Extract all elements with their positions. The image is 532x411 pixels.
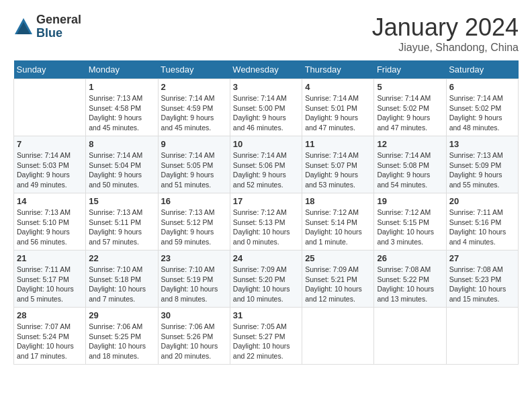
daylight-text: Daylight: 10 hours and 5 minutes.	[17, 285, 74, 303]
sunrise-text: Sunrise: 7:14 AM	[305, 94, 359, 102]
sunrise-text: Sunrise: 7:07 AM	[17, 322, 71, 330]
sunrise-text: Sunrise: 7:14 AM	[449, 94, 503, 102]
calendar-table: SundayMondayTuesdayWednesdayThursdayFrid…	[13, 60, 519, 365]
sunset-text: Sunset: 5:14 PM	[305, 218, 357, 226]
day-number: 11	[305, 139, 371, 149]
day-number: 28	[17, 310, 83, 320]
sunset-text: Sunset: 5:02 PM	[377, 104, 429, 112]
day-info: Sunrise: 7:05 AM Sunset: 5:27 PM Dayligh…	[233, 322, 299, 361]
sunrise-text: Sunrise: 7:09 AM	[305, 265, 359, 273]
day-number: 29	[89, 310, 154, 320]
day-of-week-header: Tuesday	[158, 60, 230, 79]
sunset-text: Sunset: 5:01 PM	[305, 104, 357, 112]
day-number: 31	[233, 310, 299, 320]
day-number: 15	[89, 196, 154, 206]
daylight-text: Daylight: 9 hours and 59 minutes.	[161, 228, 214, 246]
sunrise-text: Sunrise: 7:06 AM	[89, 322, 142, 330]
calendar-cell: 21 Sunrise: 7:11 AM Sunset: 5:17 PM Dayl…	[14, 250, 86, 308]
sunset-text: Sunset: 5:18 PM	[89, 275, 141, 283]
sunrise-text: Sunrise: 7:11 AM	[449, 208, 503, 216]
sunset-text: Sunset: 5:23 PM	[449, 275, 502, 283]
sunrise-text: Sunrise: 7:13 AM	[161, 208, 215, 216]
sunset-text: Sunset: 5:04 PM	[89, 161, 141, 169]
day-number: 17	[233, 196, 299, 206]
daylight-text: Daylight: 10 hours and 8 minutes.	[161, 285, 218, 303]
sunrise-text: Sunrise: 7:08 AM	[449, 265, 503, 273]
calendar-cell: 3 Sunrise: 7:14 AM Sunset: 5:00 PM Dayli…	[230, 79, 302, 136]
daylight-text: Daylight: 9 hours and 51 minutes.	[161, 171, 214, 189]
day-info: Sunrise: 7:14 AM Sunset: 5:08 PM Dayligh…	[377, 150, 443, 190]
calendar-cell: 23 Sunrise: 7:10 AM Sunset: 5:19 PM Dayl…	[158, 250, 230, 308]
daylight-text: Daylight: 9 hours and 47 minutes.	[305, 113, 358, 132]
day-of-week-header: Friday	[374, 60, 446, 79]
calendar-cell	[446, 308, 518, 365]
day-number: 14	[17, 196, 83, 206]
sunset-text: Sunset: 5:17 PM	[17, 275, 69, 283]
day-number: 1	[89, 82, 154, 92]
daylight-text: Daylight: 9 hours and 48 minutes.	[449, 113, 502, 132]
daylight-text: Daylight: 10 hours and 22 minutes.	[233, 342, 290, 360]
sunset-text: Sunset: 5:13 PM	[233, 218, 285, 226]
calendar-week-row: 1 Sunrise: 7:13 AM Sunset: 4:58 PM Dayli…	[14, 79, 519, 136]
day-number: 10	[233, 139, 299, 149]
sunset-text: Sunset: 5:21 PM	[305, 275, 357, 283]
day-number: 24	[233, 253, 299, 263]
sunset-text: Sunset: 5:09 PM	[449, 161, 502, 169]
calendar-cell: 16 Sunrise: 7:13 AM Sunset: 5:12 PM Dayl…	[158, 193, 230, 250]
calendar-cell: 18 Sunrise: 7:12 AM Sunset: 5:14 PM Dayl…	[302, 193, 374, 250]
sunrise-text: Sunrise: 7:10 AM	[89, 265, 142, 273]
calendar-cell: 20 Sunrise: 7:11 AM Sunset: 5:16 PM Dayl…	[446, 193, 518, 250]
calendar-cell: 27 Sunrise: 7:08 AM Sunset: 5:23 PM Dayl…	[446, 250, 518, 308]
sunset-text: Sunset: 5:07 PM	[305, 161, 357, 169]
calendar-cell: 25 Sunrise: 7:09 AM Sunset: 5:21 PM Dayl…	[302, 250, 374, 308]
logo-icon	[13, 17, 34, 37]
day-of-week-header: Monday	[86, 60, 158, 79]
calendar-cell: 7 Sunrise: 7:14 AM Sunset: 5:03 PM Dayli…	[14, 136, 86, 193]
daylight-text: Daylight: 9 hours and 56 minutes.	[17, 228, 70, 246]
calendar-cell: 24 Sunrise: 7:09 AM Sunset: 5:20 PM Dayl…	[230, 250, 302, 308]
sunset-text: Sunset: 5:12 PM	[161, 218, 214, 226]
day-info: Sunrise: 7:14 AM Sunset: 5:01 PM Dayligh…	[305, 93, 371, 133]
sunset-text: Sunset: 5:16 PM	[449, 218, 502, 226]
location-subtitle: Jiayue, Shandong, China	[372, 42, 519, 54]
logo-text: General Blue	[36, 13, 81, 40]
day-info: Sunrise: 7:11 AM Sunset: 5:17 PM Dayligh…	[17, 265, 83, 304]
day-info: Sunrise: 7:13 AM Sunset: 4:58 PM Dayligh…	[89, 93, 154, 133]
day-info: Sunrise: 7:14 AM Sunset: 5:02 PM Dayligh…	[449, 93, 515, 133]
day-number: 16	[161, 196, 227, 206]
daylight-text: Daylight: 9 hours and 46 minutes.	[233, 113, 286, 132]
page-header: General Blue January 2024 Jiayue, Shando…	[13, 13, 519, 54]
day-info: Sunrise: 7:14 AM Sunset: 5:04 PM Dayligh…	[89, 150, 154, 190]
daylight-text: Daylight: 10 hours and 18 minutes.	[89, 342, 146, 360]
calendar-week-row: 28 Sunrise: 7:07 AM Sunset: 5:24 PM Dayl…	[14, 308, 519, 365]
daylight-text: Daylight: 10 hours and 0 minutes.	[233, 228, 290, 246]
day-info: Sunrise: 7:07 AM Sunset: 5:24 PM Dayligh…	[17, 322, 83, 361]
sunrise-text: Sunrise: 7:12 AM	[305, 208, 359, 216]
daylight-text: Daylight: 10 hours and 1 minute.	[305, 228, 362, 246]
day-number: 5	[377, 82, 443, 92]
sunset-text: Sunset: 5:10 PM	[17, 218, 69, 226]
day-number: 19	[377, 196, 443, 206]
logo: General Blue	[13, 13, 81, 40]
calendar-cell: 15 Sunrise: 7:13 AM Sunset: 5:11 PM Dayl…	[86, 193, 158, 250]
daylight-text: Daylight: 9 hours and 47 minutes.	[377, 113, 430, 132]
calendar-cell: 6 Sunrise: 7:14 AM Sunset: 5:02 PM Dayli…	[446, 79, 518, 136]
day-info: Sunrise: 7:14 AM Sunset: 5:07 PM Dayligh…	[305, 150, 371, 190]
daylight-text: Daylight: 10 hours and 13 minutes.	[377, 285, 434, 303]
calendar-cell: 14 Sunrise: 7:13 AM Sunset: 5:10 PM Dayl…	[14, 193, 86, 250]
sunset-text: Sunset: 5:03 PM	[17, 161, 69, 169]
day-info: Sunrise: 7:14 AM Sunset: 5:05 PM Dayligh…	[161, 150, 227, 190]
day-number: 21	[17, 253, 83, 263]
sunset-text: Sunset: 5:24 PM	[17, 332, 69, 340]
calendar-cell	[302, 308, 374, 365]
calendar-cell: 9 Sunrise: 7:14 AM Sunset: 5:05 PM Dayli…	[158, 136, 230, 193]
daylight-text: Daylight: 9 hours and 50 minutes.	[89, 171, 142, 189]
day-number: 3	[233, 82, 299, 92]
calendar-cell: 11 Sunrise: 7:14 AM Sunset: 5:07 PM Dayl…	[302, 136, 374, 193]
title-section: January 2024 Jiayue, Shandong, China	[372, 13, 519, 54]
sunrise-text: Sunrise: 7:13 AM	[89, 94, 142, 102]
daylight-text: Daylight: 10 hours and 10 minutes.	[233, 285, 290, 303]
sunrise-text: Sunrise: 7:08 AM	[377, 265, 431, 273]
sunrise-text: Sunrise: 7:14 AM	[17, 151, 71, 159]
daylight-text: Daylight: 9 hours and 52 minutes.	[233, 171, 286, 189]
